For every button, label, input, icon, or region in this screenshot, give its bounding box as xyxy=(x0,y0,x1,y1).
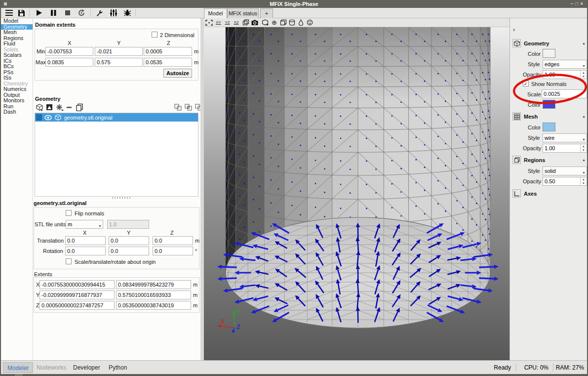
about-origin-checkbox[interactable] xyxy=(66,258,72,264)
view-xy-icon[interactable]: XY xyxy=(214,19,223,26)
sphere-widget-icon[interactable]: ⊕ xyxy=(270,19,278,26)
save-icon[interactable] xyxy=(15,8,27,17)
extents-z-max-input[interactable] xyxy=(116,301,191,310)
normals-color-swatch[interactable] xyxy=(543,100,555,109)
normals-scale-input[interactable] xyxy=(542,89,587,98)
nav-item-mesh[interactable]: Mesh xyxy=(1,30,33,36)
boolean-union-icon[interactable] xyxy=(174,104,182,112)
mesh-opacity-spinbox[interactable]: 1.00▲▼ xyxy=(543,144,587,153)
translation-y-input[interactable] xyxy=(109,236,149,245)
nav-item-fluid[interactable]: Fluid xyxy=(1,41,33,47)
nav-item-model[interactable]: Model xyxy=(1,18,33,24)
mesh-visibility-icon[interactable] xyxy=(288,19,296,26)
boolean-intersect-icon[interactable] xyxy=(185,104,192,112)
extents-y-min-input[interactable] xyxy=(39,291,115,299)
title-bar[interactable]: MFiX Single-Phase –□× xyxy=(1,0,587,8)
regions-box-icon[interactable] xyxy=(512,156,521,164)
panel-splitter[interactable] xyxy=(200,18,204,360)
geometry-cube-icon[interactable] xyxy=(512,39,521,47)
geometry-tree[interactable]: geometry.stl.original xyxy=(35,113,198,197)
geometry-style-dropdown[interactable]: edges▼ xyxy=(543,60,587,69)
minimize-button[interactable]: – xyxy=(571,1,576,6)
tab-add[interactable]: + xyxy=(260,8,273,18)
viewport-3d[interactable]: X Y Z xyxy=(204,27,510,360)
spin-arrows-icon[interactable]: ▲▼ xyxy=(580,177,587,185)
perspective-icon[interactable] xyxy=(241,19,250,26)
remove-geometry-icon[interactable] xyxy=(66,104,73,112)
view-yz-icon[interactable]: YZ xyxy=(223,19,232,26)
collapse-section-icon[interactable]: ▲ xyxy=(582,115,586,118)
domain-min-z-input[interactable] xyxy=(144,47,192,56)
mesh-style-dropdown[interactable]: wire▼ xyxy=(543,133,587,142)
domain-min-x-input[interactable] xyxy=(45,47,93,56)
reset-icon[interactable] xyxy=(76,8,87,17)
splitter-handle[interactable] xyxy=(112,197,132,199)
geometry-opacity-spinbox[interactable]: 1.00▲▼ xyxy=(543,70,587,79)
show-normals-checkbox[interactable]: ✓ xyxy=(523,81,529,86)
add-geometry-icon[interactable] xyxy=(36,104,43,112)
spin-arrows-icon[interactable]: ▲▼ xyxy=(580,144,587,152)
domain-max-y-input[interactable] xyxy=(95,58,143,67)
nav-item-monitors[interactable]: Monitors xyxy=(1,98,33,104)
rotation-x-input[interactable] xyxy=(65,247,106,255)
tab-mfix-status[interactable]: MFiX status xyxy=(227,8,259,18)
nav-item-scalars[interactable]: Scalars xyxy=(1,52,33,58)
rotate-geometry-icon[interactable] xyxy=(261,19,269,26)
nav-item-numerics[interactable]: Numerics xyxy=(1,86,33,92)
maximize-button[interactable]: □ xyxy=(575,1,580,6)
geometry-visibility-icon[interactable] xyxy=(279,19,287,26)
pause-icon[interactable] xyxy=(47,8,59,17)
translation-x-input[interactable] xyxy=(65,236,106,245)
mode-developer[interactable]: Developer xyxy=(69,362,104,373)
extents-x-min-input[interactable] xyxy=(39,280,115,289)
axes-icon[interactable] xyxy=(512,189,521,198)
stl-units-dropdown[interactable]: m▼ xyxy=(66,220,103,229)
screenshot-camera-icon[interactable] xyxy=(250,19,259,26)
domain-min-y-input[interactable] xyxy=(95,47,143,56)
extents-z-min-input[interactable] xyxy=(39,301,115,310)
flip-normals-checkbox[interactable] xyxy=(66,210,72,216)
window-controls[interactable]: –□× xyxy=(571,0,585,8)
rotation-y-input[interactable] xyxy=(109,247,149,255)
close-button[interactable]: × xyxy=(580,1,585,6)
add-primitive-icon[interactable] xyxy=(46,104,53,112)
run-icon[interactable] xyxy=(33,8,45,17)
nav-item-iss[interactable]: ISs xyxy=(1,75,33,81)
resize-grip[interactable] xyxy=(15,374,23,376)
tab-model[interactable]: Model xyxy=(204,8,227,18)
autosize-button[interactable]: Autosize xyxy=(163,69,192,78)
geometry-tree-row[interactable]: geometry.stl.original xyxy=(35,113,198,122)
menu-icon[interactable] xyxy=(3,8,15,17)
settings-wrench-icon[interactable] xyxy=(94,8,106,17)
collapse-section-icon[interactable]: ▲ xyxy=(582,42,586,45)
domain-max-z-input[interactable] xyxy=(144,58,192,67)
rotation-z-input[interactable] xyxy=(153,247,193,255)
translation-z-input[interactable] xyxy=(153,236,193,245)
nav-item-dash[interactable]: Dash xyxy=(1,109,33,115)
mode-modeler[interactable]: Modeler xyxy=(3,362,33,373)
smiley-icon[interactable] xyxy=(306,19,314,26)
regions-opacity-spinbox[interactable]: 0.50▲▼ xyxy=(543,177,587,186)
collapse-section-icon[interactable]: ▲ xyxy=(582,158,586,162)
copy-geometry-icon[interactable] xyxy=(76,103,83,112)
fit-to-view-icon[interactable] xyxy=(205,19,213,26)
nav-item-bcs[interactable]: BCs xyxy=(1,64,33,70)
add-procedural-icon[interactable] xyxy=(56,104,64,112)
view-xz-icon[interactable]: XZ xyxy=(232,19,240,26)
geometry-color-swatch[interactable] xyxy=(543,49,555,58)
visibility-eye-icon[interactable] xyxy=(44,115,52,121)
domain-max-x-input[interactable] xyxy=(45,58,93,67)
extents-y-max-input[interactable] xyxy=(116,291,191,299)
collapse-panel-chevron[interactable]: › xyxy=(513,26,515,33)
debug-bug-icon[interactable] xyxy=(121,8,133,17)
two-dimensional-checkbox[interactable] xyxy=(152,32,157,38)
mode-python[interactable]: Python xyxy=(105,362,131,373)
mesh-color-swatch[interactable] xyxy=(543,123,555,131)
stop-icon[interactable] xyxy=(62,8,74,17)
extents-x-max-input[interactable] xyxy=(116,280,191,289)
spin-arrows-icon[interactable]: ▲▼ xyxy=(580,71,587,79)
regions-style-dropdown[interactable]: solid▼ xyxy=(543,167,587,175)
regions-visibility-icon[interactable] xyxy=(297,19,305,26)
parameters-sliders-icon[interactable] xyxy=(108,8,119,17)
mesh-grid-icon[interactable] xyxy=(512,112,521,121)
